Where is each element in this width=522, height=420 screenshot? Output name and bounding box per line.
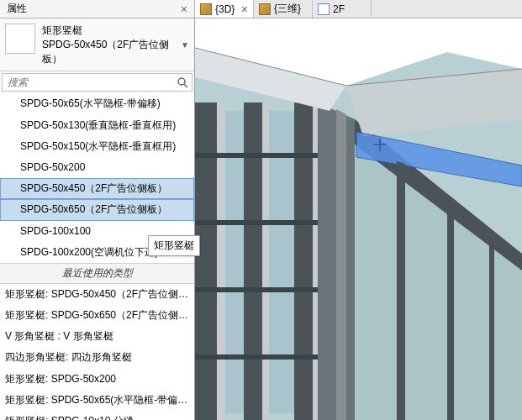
svg-rect-10 (195, 220, 321, 225)
svg-marker-14 (336, 109, 346, 420)
list-item[interactable]: SPDG-50x150(水平隐框-垂直框用) (0, 136, 194, 157)
view-tab-3d[interactable]: {3D} × (195, 0, 254, 18)
list-item[interactable]: SPDG-50x450（2F广告位侧板） (0, 178, 194, 199)
list-item[interactable]: SPDG-50x200 (0, 157, 194, 178)
list-item[interactable]: 四边形角竖梃: 四边形角竖梃 (0, 347, 194, 368)
type-family-name: 矩形竖梃 (42, 24, 174, 38)
svg-point-28 (178, 78, 185, 85)
view-tab-2f[interactable]: 2F (313, 0, 372, 18)
list-item[interactable]: V 形角竖梃 : V 形角竖梃 (0, 326, 194, 347)
view-tab-3d-cn-label: {三维} (274, 2, 301, 16)
view-tab-2f-label: 2F (333, 3, 345, 15)
recent-types-header: 最近使用的类型 (0, 263, 194, 284)
svg-rect-6 (313, 102, 318, 420)
properties-tab[interactable]: 属性 × (0, 0, 195, 18)
tab-bar: 属性 × {3D} × {三维} 2F (0, 0, 522, 18)
plan-icon (318, 3, 330, 15)
type-name: SPDG-50x450（2F广告位侧板） (42, 38, 174, 66)
close-icon[interactable]: × (181, 3, 187, 16)
type-list[interactable]: SPDG-50x65(水平隐框-带偏移)SPDG-50x130(垂直隐框-垂直框… (0, 93, 194, 420)
svg-marker-26 (447, 202, 454, 420)
search-row (2, 73, 192, 92)
type-selector-text: 矩形竖梃 SPDG-50x450（2F广告位侧板） (42, 24, 174, 66)
svg-rect-9 (195, 153, 321, 158)
list-item[interactable]: 矩形竖梃: SPDG-50x650（2F广告位侧板） (0, 305, 194, 326)
search-input[interactable] (3, 74, 175, 91)
view-tab-3d-label: {3D} (215, 3, 235, 15)
list-item[interactable]: 矩形竖梃: SPDG-50x450（2F广告位侧板） (0, 284, 194, 305)
cube-icon (200, 3, 212, 15)
type-thumbnail (5, 24, 35, 54)
svg-marker-25 (397, 161, 405, 420)
list-item[interactable]: 矩形竖梃: SPDG-10x10-分缝 (0, 411, 194, 420)
properties-tab-title: 属性 (7, 2, 27, 16)
svg-rect-3 (244, 102, 262, 420)
chevron-down-icon: ▼ (181, 40, 189, 50)
viewport-3d[interactable] (195, 18, 522, 420)
properties-panel: 矩形竖梃 SPDG-50x450（2F广告位侧板） ▼ SPDG-50x65(水… (0, 18, 195, 420)
type-selector[interactable]: 矩形竖梃 SPDG-50x450（2F广告位侧板） ▼ (0, 18, 194, 71)
list-item[interactable]: 矩形竖梃: SPDG-50x200 (0, 369, 194, 390)
cube-icon (259, 3, 271, 15)
list-item[interactable]: 矩形竖梃: SPDG-50x65(水平隐框-带偏移) (0, 390, 194, 411)
svg-rect-11 (195, 287, 321, 292)
svg-rect-4 (262, 102, 269, 420)
svg-rect-12 (195, 354, 321, 360)
svg-line-29 (184, 84, 187, 87)
close-icon[interactable]: × (241, 3, 248, 16)
svg-rect-2 (217, 102, 225, 420)
tooltip: 矩形竖梃 (148, 235, 200, 256)
svg-rect-1 (195, 102, 217, 420)
list-item[interactable]: SPDG-50x65(水平隐框-带偏移) (0, 93, 194, 114)
svg-rect-5 (294, 102, 313, 420)
svg-marker-27 (489, 235, 494, 420)
search-icon[interactable] (175, 75, 190, 90)
list-item[interactable]: SPDG-50x130(垂直隐框-垂直框用) (0, 115, 194, 136)
view-tab-3d-cn[interactable]: {三维} (254, 0, 313, 18)
list-item[interactable]: SPDG-50x650（2F广告位侧板） (0, 199, 194, 220)
